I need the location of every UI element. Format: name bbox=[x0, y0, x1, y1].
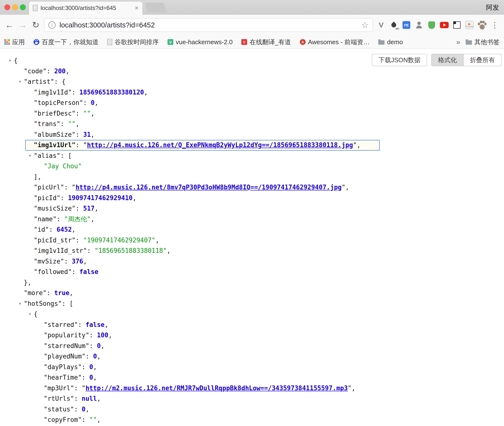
collapse-toggle-icon[interactable]: ▼ bbox=[7, 55, 13, 66]
bookmarks-overflow-icon[interactable]: » bbox=[456, 38, 460, 46]
json-punct: : bbox=[49, 226, 57, 233]
address-toolbar: ← → ↻ i localhost:3000/artists?id=6452 ☆… bbox=[0, 15, 504, 35]
download-json-button[interactable]: 下载JSON数据 bbox=[372, 54, 427, 66]
bookmark-item-google-sort[interactable]: 谷歌按时间排序 bbox=[107, 38, 159, 46]
json-link[interactable]: http://p4.music.126.net/Q_ExePNkmqB2yWyL… bbox=[87, 141, 353, 149]
json-number: 19097417462929410 bbox=[68, 194, 133, 202]
address-bar[interactable]: i localhost:3000/artists?id=6452 ☆ bbox=[44, 18, 373, 32]
json-punct: : bbox=[76, 205, 83, 212]
json-line: "id": 6452, bbox=[0, 224, 504, 235]
json-punct: : bbox=[72, 268, 79, 275]
json-key: "img1v1Id" bbox=[34, 89, 72, 96]
json-string: "周杰伦" bbox=[64, 215, 91, 223]
json-key: "mvSize" bbox=[34, 258, 64, 265]
person-extension-icon[interactable] bbox=[413, 18, 425, 32]
json-line: ▼{ bbox=[0, 309, 504, 320]
back-button[interactable]: ← bbox=[3, 20, 16, 30]
json-string: "" bbox=[89, 416, 97, 423]
json-key: "hotSongs" bbox=[24, 300, 62, 307]
format-button[interactable]: 格式化 bbox=[431, 54, 463, 66]
collapse-toggle-icon[interactable]: ▼ bbox=[27, 309, 33, 320]
youdao-icon: Y bbox=[241, 39, 247, 45]
json-punct: : bbox=[47, 68, 54, 75]
url-text[interactable]: localhost:3000/artists?id=6452 bbox=[59, 21, 361, 29]
json-punct: , bbox=[97, 395, 101, 402]
browser-menu-button[interactable]: ⋮ bbox=[488, 18, 501, 32]
tab-close-icon[interactable]: × bbox=[135, 5, 139, 11]
bookmark-item-youdao[interactable]: Y 在线翻译_有道 bbox=[241, 38, 291, 46]
json-key: "hearTime" bbox=[44, 374, 82, 381]
qr-code-icon bbox=[453, 21, 461, 29]
bookmark-star-icon[interactable]: ☆ bbox=[361, 20, 369, 30]
new-tab-button[interactable] bbox=[145, 3, 167, 12]
json-punct: , bbox=[94, 205, 98, 212]
fe-extension-icon[interactable]: FE bbox=[400, 18, 413, 32]
bookmark-item-vue-hackernews[interactable]: V vue-hackernews-2.0 bbox=[168, 38, 233, 46]
json-punct: , bbox=[83, 258, 87, 265]
close-window-button[interactable] bbox=[4, 4, 10, 10]
json-key: "img1v1Id_str" bbox=[34, 247, 87, 254]
shield-icon bbox=[428, 21, 435, 29]
vimium-extension-icon[interactable]: V bbox=[375, 18, 387, 32]
json-punct: " bbox=[353, 141, 357, 149]
player-extension-icon[interactable]: ▶ PLAYER bbox=[463, 18, 476, 32]
json-key: "status" bbox=[44, 406, 74, 413]
json-number: 0 bbox=[82, 406, 86, 413]
json-key: "id" bbox=[34, 226, 49, 233]
minimize-window-button[interactable] bbox=[12, 4, 18, 10]
profile-name[interactable]: 阿发 bbox=[486, 3, 499, 12]
json-number: 18569651883380120 bbox=[79, 89, 144, 96]
qr-code-extension-icon[interactable] bbox=[451, 18, 463, 32]
collapse-all-button[interactable]: 折叠所有 bbox=[463, 54, 502, 66]
youtube-extension-icon[interactable] bbox=[438, 18, 451, 32]
zoom-window-button[interactable] bbox=[20, 4, 26, 10]
folder-icon bbox=[466, 40, 472, 45]
bookmark-item-demo[interactable]: demo bbox=[378, 38, 403, 46]
json-line: "rtUrls": null, bbox=[0, 393, 504, 404]
folder-icon bbox=[378, 40, 385, 45]
json-number: 0 bbox=[93, 353, 97, 360]
bookmark-label: 谷歌按时间排序 bbox=[115, 38, 159, 46]
youtube-play-icon bbox=[440, 22, 449, 28]
json-link[interactable]: http://m2.music.126.net/RMJR7wDullRqppBk… bbox=[85, 384, 348, 392]
json-punct: : bbox=[82, 374, 89, 381]
json-key: "picId" bbox=[34, 194, 60, 202]
json-line: ], bbox=[0, 172, 504, 182]
bookmark-item-awesomes[interactable]: A Awesomes - 前端资… bbox=[300, 38, 370, 46]
json-key: "popularity" bbox=[44, 332, 89, 339]
collapse-toggle-icon[interactable]: ▼ bbox=[17, 77, 23, 87]
reload-button[interactable]: ↻ bbox=[29, 20, 42, 30]
collapse-toggle-icon[interactable]: ▼ bbox=[27, 151, 33, 161]
json-line: ▼"alias": [ bbox=[0, 151, 504, 161]
json-punct: , bbox=[97, 353, 101, 360]
collapse-toggle-icon[interactable]: ▼ bbox=[17, 298, 23, 309]
browser-tab[interactable]: localhost:3000/artists?id=645 × bbox=[29, 1, 143, 15]
bookmark-label: Awesomes - 前端资… bbox=[308, 38, 370, 46]
json-key: "img1v1Url" bbox=[34, 141, 76, 149]
bookmark-label: 应用 bbox=[12, 38, 25, 46]
other-bookmarks[interactable]: 其他书签 bbox=[466, 38, 500, 46]
kebab-menu-icon: ⋮ bbox=[491, 20, 499, 30]
json-punct: : bbox=[78, 321, 85, 328]
json-punct: , bbox=[345, 184, 349, 191]
json-punct: , bbox=[66, 68, 69, 75]
bookmark-item-apps[interactable]: 应用 bbox=[4, 38, 25, 46]
json-punct: , bbox=[97, 416, 101, 423]
bookmark-item-baidu[interactable]: 百度一下，你就知道 bbox=[34, 38, 99, 46]
json-punct: , bbox=[108, 332, 112, 339]
json-link[interactable]: http://p4.music.126.net/8mv7qP30Pd3oHW8b… bbox=[76, 184, 342, 191]
forward-button[interactable]: → bbox=[16, 20, 29, 30]
player-label: PLAYER bbox=[466, 26, 473, 28]
json-line: }, bbox=[0, 277, 504, 288]
json-punct: : bbox=[83, 99, 91, 106]
json-key: "picUrl" bbox=[34, 184, 64, 191]
page-info-icon[interactable]: i bbox=[48, 21, 56, 29]
json-key: "musicSize" bbox=[34, 205, 76, 212]
green-shield-extension-icon[interactable] bbox=[425, 18, 438, 32]
json-key: "artist" bbox=[24, 78, 54, 85]
json-punct: }, bbox=[24, 279, 31, 286]
json-punct: , bbox=[91, 110, 95, 117]
json-punct: , bbox=[91, 215, 95, 223]
paw-extension-icon[interactable] bbox=[476, 18, 488, 32]
translate-pen-extension-icon[interactable]: en bbox=[387, 18, 400, 32]
